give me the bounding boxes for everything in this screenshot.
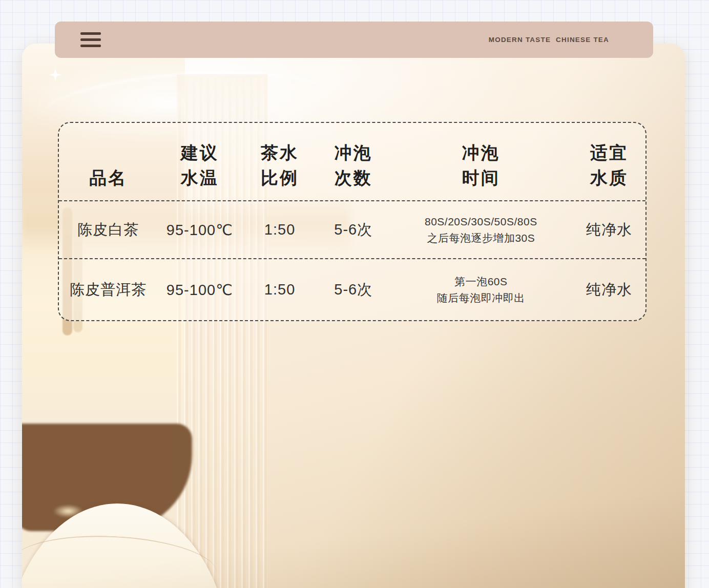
hamburger-icon bbox=[80, 32, 101, 35]
header-cell-duration: 冲泡 时间 bbox=[389, 123, 573, 200]
header-line: 比例 bbox=[261, 165, 299, 190]
cell-water-temp: 95-100℃ bbox=[157, 259, 242, 320]
cell-brew-times: 5-6次 bbox=[318, 259, 389, 320]
duration-line: 之后每泡逐步增加30S bbox=[427, 230, 535, 246]
header-line: 适宜 bbox=[590, 140, 628, 165]
duration-line: 第一泡60S bbox=[454, 274, 507, 290]
top-nav-bar: MODERN TASTE CHINESE TEA bbox=[55, 22, 653, 58]
product-card: 品名 建议 水温 茶水 比例 冲泡 次数 冲泡 时间 bbox=[22, 44, 685, 588]
page-background: 品名 建议 水温 茶水 比例 冲泡 次数 冲泡 时间 bbox=[0, 0, 709, 588]
header-cell-name: 品名 bbox=[59, 123, 157, 200]
header-line: 茶水 bbox=[261, 140, 299, 165]
cell-water-quality: 纯净水 bbox=[573, 259, 645, 320]
brew-info-table: 品名 建议 水温 茶水 比例 冲泡 次数 冲泡 时间 bbox=[58, 122, 647, 321]
header-line: 冲泡 bbox=[462, 140, 500, 165]
table-row-puer-tea: 陈皮普洱茶 95-100℃ 1:50 5-6次 第一泡60S 随后每泡即冲即出 … bbox=[59, 259, 645, 320]
table-header-row: 品名 建议 水温 茶水 比例 冲泡 次数 冲泡 时间 bbox=[59, 123, 645, 201]
cell-tea-name: 陈皮普洱茶 bbox=[59, 259, 157, 320]
header-line: 冲泡 bbox=[335, 140, 372, 165]
cell-brew-duration: 80S/20S/30S/50S/80S 之后每泡逐步增加30S bbox=[389, 201, 573, 258]
cell-brew-duration: 第一泡60S 随后每泡即冲即出 bbox=[389, 259, 573, 320]
header-line: 次数 bbox=[335, 165, 372, 190]
cell-brew-times: 5-6次 bbox=[318, 201, 389, 258]
header-cell-temp: 建议 水温 bbox=[157, 123, 242, 200]
table-row-white-tea: 陈皮白茶 95-100℃ 1:50 5-6次 80S/20S/30S/50S/8… bbox=[59, 201, 645, 259]
header-cell-times: 冲泡 次数 bbox=[318, 123, 389, 200]
header-cell-water: 适宜 水质 bbox=[573, 123, 645, 200]
cell-water-quality: 纯净水 bbox=[573, 201, 645, 258]
duration-line: 80S/20S/30S/50S/80S bbox=[425, 214, 537, 230]
menu-button[interactable] bbox=[80, 22, 101, 58]
cell-tea-name: 陈皮白茶 bbox=[59, 201, 157, 258]
header-line: 品名 bbox=[89, 165, 127, 190]
cell-water-temp: 95-100℃ bbox=[157, 201, 242, 258]
header-line: 水质 bbox=[590, 165, 628, 190]
hamburger-icon bbox=[80, 38, 101, 41]
duration-line: 随后每泡即冲即出 bbox=[437, 290, 525, 306]
hamburger-icon bbox=[80, 45, 101, 47]
header-line: 时间 bbox=[462, 165, 500, 190]
cell-tea-ratio: 1:50 bbox=[242, 259, 318, 320]
header-line: 水温 bbox=[181, 165, 219, 190]
header-cell-ratio: 茶水 比例 bbox=[242, 123, 318, 200]
cell-tea-ratio: 1:50 bbox=[242, 201, 318, 258]
brand-text: MODERN TASTE CHINESE TEA bbox=[489, 22, 609, 58]
header-line: 建议 bbox=[181, 140, 219, 165]
